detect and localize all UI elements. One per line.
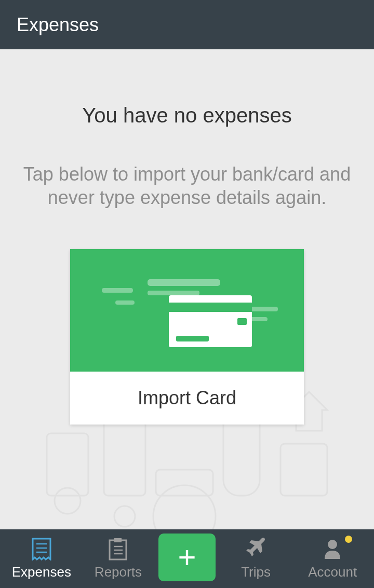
svg-point-6 — [55, 488, 81, 514]
svg-rect-0 — [47, 433, 88, 496]
bottom-tab-bar: Expenses Reports + Trips — [0, 529, 374, 588]
svg-rect-3 — [156, 470, 213, 496]
tab-account[interactable]: Account — [296, 537, 369, 580]
clipboard-icon — [108, 537, 128, 561]
import-card-button[interactable]: Import Card — [70, 249, 304, 425]
svg-rect-8 — [102, 288, 133, 293]
receipt-icon — [31, 537, 52, 561]
svg-rect-5 — [280, 444, 327, 496]
svg-point-7 — [114, 506, 135, 527]
tab-label: Account — [308, 564, 357, 580]
add-expense-button[interactable]: + — [158, 534, 216, 581]
tab-label: Trips — [241, 564, 271, 580]
svg-point-26 — [328, 540, 337, 549]
svg-rect-17 — [237, 318, 247, 325]
svg-rect-10 — [148, 279, 220, 286]
svg-point-2 — [153, 485, 216, 529]
svg-rect-9 — [115, 300, 135, 305]
import-card-graphic — [70, 249, 304, 372]
main-content: You have no expenses Tap below to import… — [0, 49, 374, 529]
svg-rect-11 — [148, 291, 199, 295]
plus-icon: + — [178, 542, 196, 573]
svg-rect-22 — [114, 538, 122, 542]
svg-rect-16 — [176, 336, 209, 341]
plane-icon — [245, 537, 268, 561]
tab-reports[interactable]: Reports — [82, 537, 154, 580]
empty-state-title: You have no expenses — [82, 104, 291, 127]
import-card-label: Import Card — [70, 372, 304, 425]
svg-rect-15 — [169, 303, 252, 312]
empty-state-subtitle: Tap below to import your bank/card and n… — [0, 162, 374, 209]
tab-expenses[interactable]: Expenses — [5, 537, 78, 580]
tab-label: Reports — [95, 564, 142, 580]
app-header: Expenses — [0, 0, 374, 49]
person-icon — [323, 537, 342, 561]
tab-trips[interactable]: Trips — [220, 537, 292, 580]
svg-rect-1 — [104, 413, 145, 496]
tab-label: Expenses — [12, 564, 71, 580]
notification-badge — [345, 536, 352, 543]
page-title: Expenses — [17, 14, 99, 36]
